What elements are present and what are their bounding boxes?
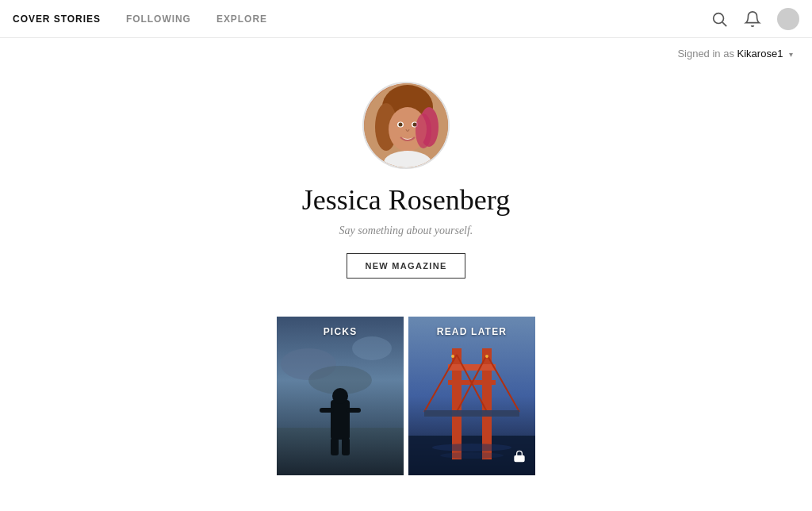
svg-rect-39: [515, 455, 524, 461]
signed-in-bar: Signed in as Kikarose1 ▾: [0, 38, 812, 60]
svg-rect-22: [331, 438, 339, 455]
svg-point-16: [352, 336, 392, 360]
svg-point-37: [432, 444, 511, 451]
nav-following[interactable]: FOLLOWING: [126, 13, 191, 25]
svg-rect-21: [347, 408, 361, 413]
profile-name: Jessica Rosenberg: [302, 183, 510, 217]
svg-rect-18: [331, 400, 350, 440]
svg-point-38: [440, 452, 504, 459]
svg-rect-23: [342, 438, 350, 455]
nav-explore[interactable]: EXPLORE: [216, 13, 267, 25]
nav-icons: [710, 8, 799, 30]
svg-point-34: [451, 355, 454, 358]
signed-in-prefix: Signed in as: [677, 48, 734, 60]
svg-rect-36: [424, 410, 519, 417]
magazines-section: PICKS: [0, 304, 812, 507]
read-later-magazine-card[interactable]: READ LATER: [408, 317, 535, 475]
signed-in-dropdown[interactable]: ▾: [789, 50, 793, 59]
picks-magazine-card[interactable]: PICKS: [277, 317, 404, 475]
picks-label: PICKS: [277, 326, 404, 337]
new-magazine-button[interactable]: NEW MAGAZINE: [347, 253, 465, 279]
avatar-image: [364, 83, 448, 167]
nav-cover-stories[interactable]: COVER STORIES: [13, 13, 101, 25]
main-nav: COVER STORIES FOLLOWING EXPLORE: [0, 0, 812, 38]
read-later-label: READ LATER: [408, 326, 535, 337]
bell-icon[interactable]: [744, 10, 761, 28]
svg-point-0: [714, 13, 724, 23]
svg-point-11: [416, 113, 431, 148]
nav-links: COVER STORIES FOLLOWING EXPLORE: [13, 13, 710, 25]
svg-line-1: [722, 22, 726, 26]
profile-section: Jessica Rosenberg Say something about yo…: [0, 60, 812, 304]
user-avatar-icon[interactable]: [777, 8, 799, 30]
svg-rect-20: [320, 408, 334, 413]
avatar: [362, 82, 450, 169]
svg-point-8: [399, 123, 403, 127]
svg-point-35: [485, 355, 488, 358]
svg-rect-28: [448, 364, 496, 371]
svg-point-19: [332, 388, 348, 404]
lock-icon: [513, 450, 526, 466]
search-icon[interactable]: [710, 10, 728, 28]
profile-bio: Say something about yourself.: [339, 225, 473, 237]
signed-in-username: Kikarose1: [737, 48, 783, 60]
